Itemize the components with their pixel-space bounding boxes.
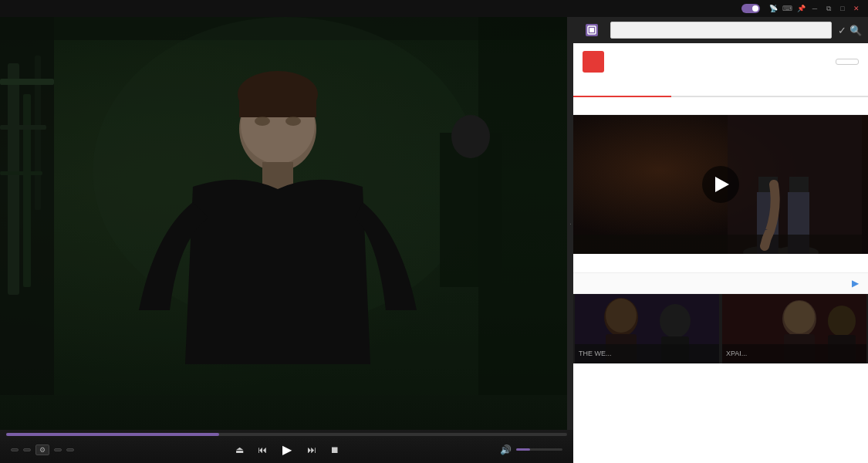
badge-settings[interactable]: ⚙ [35, 444, 49, 455]
sub-tabs [573, 97, 868, 115]
video-frame[interactable] [0, 17, 567, 430]
volume-icon: 🔊 [500, 444, 512, 455]
svg-rect-21 [589, 28, 594, 32]
tab-top100[interactable] [573, 80, 671, 96]
kmp-header-icons: ✓ 🔍 [838, 25, 862, 36]
maximize-button[interactable]: □ [837, 3, 848, 14]
progress-filled [6, 433, 219, 436]
volume-bar[interactable] [516, 448, 562, 451]
kmp-panel: ✓ 🔍 [573, 17, 868, 463]
svg-text:THE WE...: THE WE... [579, 350, 612, 357]
lang-selector[interactable] [836, 59, 859, 65]
restore-button[interactable]: ⧉ [823, 3, 834, 14]
svg-rect-31 [573, 235, 862, 254]
progress-bar[interactable] [6, 433, 567, 436]
title-bar: 📡 ⌨ 📌 ─ ⧉ □ ✕ [0, 0, 868, 17]
svg-point-46 [828, 306, 856, 336]
sponsored-item-left[interactable]: THE WE... [573, 294, 721, 363]
svg-point-35 [606, 299, 637, 333]
antenna-icon[interactable]: 📡 [768, 3, 778, 14]
kmp-header: ✓ 🔍 [573, 17, 868, 43]
tab-channel[interactable] [770, 80, 868, 96]
play-button[interactable]: ▶ [277, 440, 297, 460]
close-button[interactable]: ✕ [851, 3, 862, 14]
svg-text:XPAI...: XPAI... [726, 350, 747, 357]
video-thumbnail[interactable] [573, 115, 868, 254]
eject-button[interactable]: ⏏ [231, 441, 248, 458]
korea-header [573, 43, 868, 80]
play-overlay-button[interactable] [702, 166, 739, 203]
badge-vr[interactable] [23, 448, 31, 451]
kmp-search-input[interactable] [610, 22, 832, 39]
check-icon[interactable]: ✓ [838, 25, 846, 36]
toggle-switch[interactable] [741, 4, 760, 13]
badge-codec[interactable] [54, 448, 62, 451]
sponsored-item-right[interactable]: XPAI... [721, 294, 868, 363]
korea-logo-letter [583, 51, 604, 73]
search-icon[interactable]: 🔍 [849, 25, 862, 36]
volume-filled [516, 448, 530, 451]
svg-point-37 [660, 304, 691, 338]
korea-logo [583, 51, 609, 73]
video-card [573, 115, 868, 272]
sponsored-item-right-image: XPAI... [721, 294, 868, 363]
prev-button[interactable]: ⏮ [254, 441, 271, 458]
resize-handle[interactable]: ··· [567, 17, 573, 430]
play-triangle-icon [715, 177, 729, 192]
badge-3d[interactable] [11, 448, 19, 451]
badge-audio[interactable] [66, 448, 74, 451]
player-area [0, 17, 567, 430]
stop-button[interactable]: ⏹ [326, 441, 343, 458]
controls-right: 🔊 [500, 444, 567, 455]
hotkey-icon[interactable]: ⌨ [782, 3, 792, 14]
sponsored-item-left-image: THE WE... [573, 294, 721, 363]
main-tabs [573, 80, 868, 97]
svg-point-44 [784, 301, 815, 333]
controls-left: ⚙ [6, 444, 74, 455]
taboola-icon: ▶ [852, 278, 859, 289]
video-info [573, 254, 868, 266]
sponsored-bar: ▶ [573, 272, 868, 294]
scene-background [0, 17, 567, 430]
kmp-content[interactable]: ▶ THE WE... [573, 43, 868, 463]
controls-bar: ⚙ ⏏ ⏮ ▶ ⏭ ⏹ 🔊 [0, 430, 573, 463]
minimize-button[interactable]: ─ [809, 3, 820, 14]
tab-new[interactable] [671, 80, 769, 96]
sponsored-content-row: THE WE... XPAI... [573, 294, 868, 363]
pin-icon[interactable]: 📌 [795, 3, 806, 14]
next-button[interactable]: ⏭ [303, 441, 320, 458]
controls-center: ⏏ ⏮ ▶ ⏭ ⏹ [231, 440, 343, 460]
window-controls: 📡 ⌨ 📌 ─ ⧉ □ ✕ [741, 3, 862, 14]
controls-row: ⚙ ⏏ ⏮ ▶ ⏭ ⏹ 🔊 [6, 439, 567, 460]
kmp-box-icon [586, 24, 598, 36]
